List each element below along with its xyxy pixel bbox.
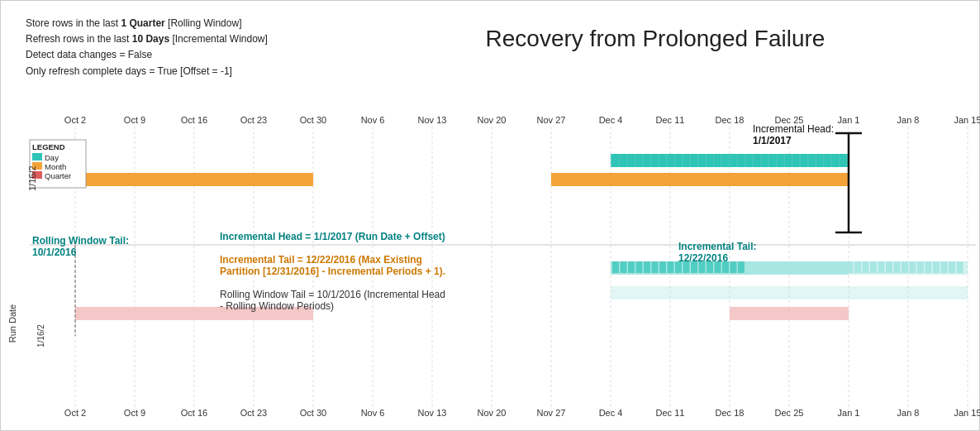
incremental-tail-annotation: Incremental Tail:12/22/2016 — [678, 241, 756, 264]
day-tile-bottom-light — [839, 261, 845, 273]
day-tile-bottom-light — [854, 261, 861, 273]
info-days: 10 Days — [132, 33, 169, 45]
x-bot-dec18: Dec 18 — [716, 408, 745, 418]
day-tile-top — [699, 154, 706, 167]
day-tile-bottom-light — [807, 261, 814, 273]
day-tile-top — [612, 154, 619, 167]
legend-day-swatch — [32, 153, 42, 160]
x-top-jan1: Jan 1 — [838, 115, 860, 125]
day-tile-top — [816, 154, 823, 167]
day-tile-bottom-light — [886, 261, 892, 273]
day-tile-top — [778, 154, 784, 167]
x-top-oct30: Oct 30 — [300, 115, 326, 125]
x-top-oct23: Oct 23 — [240, 115, 267, 125]
chart-svg: Oct 2 Oct 9 Oct 16 Oct 23 Oct 30 Nov 6 N… — [1, 108, 980, 431]
day-tile-bottom-light — [925, 261, 932, 273]
x-bot-jan1: Jan 1 — [838, 408, 860, 418]
x-top-dec11: Dec 11 — [656, 115, 685, 125]
x-top-nov13: Nov 13 — [418, 115, 447, 125]
run-date-value: 1/16/2 — [36, 324, 45, 347]
day-tile-bottom — [659, 261, 666, 273]
day-tile-top — [652, 154, 659, 167]
x-bot-dec25: Dec 25 — [775, 408, 804, 418]
day-tile-bottom-light — [910, 261, 916, 273]
day-tile-bottom-light — [933, 261, 940, 273]
center-annotation: Incremental Head = 1/1/2017 (Run Date + … — [220, 231, 451, 312]
info-block: Store rows in the last 1 Quarter [Rollin… — [26, 16, 268, 79]
day-tile-bottom — [628, 261, 635, 273]
x-bot-jan15: Jan 15 — [954, 408, 980, 418]
x-bot-dec11: Dec 11 — [656, 408, 685, 418]
day-tile-bottom-light — [776, 261, 783, 273]
day-tile-bottom-light — [941, 261, 948, 273]
x-top-jan15: Jan 15 — [954, 115, 980, 125]
day-tile-top — [683, 154, 690, 167]
day-tile-bottom-light — [957, 261, 963, 273]
x-top-nov27: Nov 27 — [537, 115, 566, 125]
x-bot-nov13: Nov 13 — [418, 408, 447, 418]
day-tile-bottom-light — [816, 261, 822, 273]
day-tile-top — [769, 154, 776, 167]
day-tile-top — [801, 154, 807, 167]
legend-day-label: Day — [45, 153, 59, 162]
legend-month-label: Month — [45, 162, 66, 171]
x-bot-oct23: Oct 23 — [240, 408, 267, 418]
x-bot-oct16: Oct 16 — [181, 408, 207, 418]
day-tile-bottom-light — [760, 261, 767, 273]
day-tile-top — [675, 154, 682, 167]
x-bot-oct2: Oct 2 — [64, 408, 86, 418]
day-tile-bottom-light — [800, 261, 806, 273]
main-container: Store rows in the last 1 Quarter [Rollin… — [0, 0, 980, 431]
day-tile-bottom — [644, 261, 650, 273]
x-top-nov6: Nov 6 — [361, 115, 385, 125]
day-tile-bottom-light — [863, 261, 869, 273]
day-tile-top — [691, 154, 697, 167]
x-bot-oct30: Oct 30 — [300, 408, 326, 418]
day-tile-top — [840, 154, 847, 167]
day-tile-top — [715, 154, 721, 167]
day-tile-top — [730, 154, 737, 167]
day-tile-top — [628, 154, 635, 167]
day-tile-top — [659, 154, 666, 167]
day-tile-top — [644, 154, 650, 167]
day-tile-bottom-light — [902, 261, 908, 273]
day-tile-bottom-light — [917, 261, 924, 273]
x-top-jan8: Jan 8 — [897, 115, 920, 125]
bottom-teal-light-row — [611, 286, 968, 299]
x-top-dec4: Dec 4 — [599, 115, 623, 125]
info-line3: Detect data changes = False — [26, 47, 268, 63]
legend-title: LEGEND — [32, 142, 65, 151]
incremental-head-annotation-top: Incremental Head:1/1/2017 — [753, 123, 834, 146]
day-tile-top — [825, 154, 831, 167]
x-top-oct2: Oct 2 — [64, 115, 86, 125]
day-tile-top — [738, 154, 745, 167]
day-tile-bottom — [652, 261, 659, 273]
day-tile-top — [754, 154, 760, 167]
day-tile-bottom-light — [878, 261, 885, 273]
month-bar-left — [75, 173, 313, 186]
bottom-pink-bar-right — [730, 307, 849, 320]
x-top-oct16: Oct 16 — [181, 115, 207, 125]
x-bot-dec4: Dec 4 — [599, 408, 623, 418]
day-tile-bottom-light — [792, 261, 798, 273]
rolling-window-tail-annotation: Rolling Window Tail:10/1/2016 — [32, 235, 129, 258]
x-bot-nov6: Nov 6 — [361, 408, 385, 418]
day-tile-top — [706, 154, 713, 167]
x-bot-jan8: Jan 8 — [897, 408, 920, 418]
day-tile-bottom-light — [831, 261, 838, 273]
day-tile-bottom — [612, 261, 619, 273]
day-tile-top — [621, 154, 627, 167]
legend-quarter-label: Quarter — [45, 171, 71, 180]
day-tile-top — [785, 154, 792, 167]
day-tile-top — [636, 154, 643, 167]
info-quarter: 1 Quarter — [121, 17, 164, 29]
day-tile-bottom — [668, 261, 674, 273]
y-axis-run-date: Run Date — [7, 304, 17, 342]
info-line4: Only refresh complete days = True [Offse… — [26, 64, 268, 79]
day-tile-top — [832, 154, 839, 167]
day-tile-top — [793, 154, 800, 167]
day-tile-top — [762, 154, 768, 167]
x-top-dec18: Dec 18 — [716, 115, 745, 125]
day-tile-bottom-light — [894, 261, 901, 273]
x-top-nov20: Nov 20 — [478, 115, 507, 125]
